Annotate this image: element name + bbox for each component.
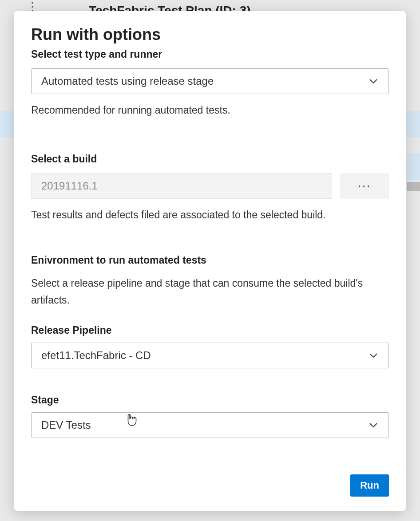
build-row: 20191116.1 ··· [31,173,389,199]
test-type-helper: Recommended for running automated tests. [31,102,389,118]
chevron-down-icon [368,350,379,361]
stage-label: Stage [31,394,389,406]
release-pipeline-dropdown[interactable]: efet11.TechFabric - CD [31,343,389,368]
release-pipeline-selected: efet11.TechFabric - CD [41,349,151,362]
run-with-options-dialog: Run with options Select test type and ru… [14,11,406,511]
build-helper: Test results and defects filed are assoc… [31,207,389,223]
stage-selected: DEV Tests [41,419,91,431]
background-divider [407,182,420,191]
build-value: 20191116.1 [41,180,98,192]
test-type-label: Select test type and runner [31,48,389,60]
test-type-dropdown[interactable]: Automated tests using release stage [31,68,389,94]
run-button[interactable]: Run [350,474,389,497]
background-highlight-band [407,153,420,180]
chevron-down-icon [368,420,379,430]
dialog-footer: Run [350,474,389,497]
chevron-down-icon [368,76,379,87]
stage-dropdown[interactable]: DEV Tests [31,412,389,438]
dialog-title: Run with options [31,25,389,44]
build-label: Select a build [31,153,389,165]
environment-description: Select a release pipeline and stage that… [31,275,389,309]
environment-heading: Enivronment to run automated tests [31,254,389,266]
build-input[interactable]: 20191116.1 [31,173,332,199]
build-browse-button[interactable]: ··· [340,173,389,199]
release-pipeline-label: Release Pipeline [31,324,389,336]
test-type-selected: Automated tests using release stage [41,75,214,87]
